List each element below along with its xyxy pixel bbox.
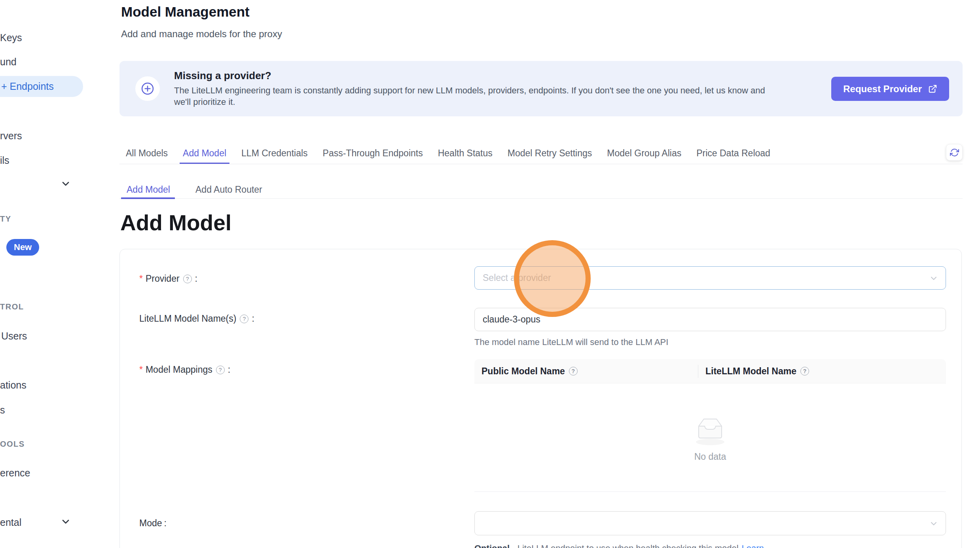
no-data-text: No data bbox=[694, 451, 726, 462]
help-icon[interactable]: ? bbox=[240, 315, 248, 323]
sidebar: Keys und + Endpoints rvers ils TY New TR… bbox=[0, 0, 121, 548]
refresh-button[interactable] bbox=[946, 144, 963, 161]
tab-bar: All Models Add Model LLM Credentials Pas… bbox=[119, 144, 963, 164]
tab-price-data-reload[interactable]: Price Data Reload bbox=[696, 144, 770, 164]
section-heading: Add Model bbox=[120, 211, 231, 235]
column-header-litellm-model-name: LiteLLM Model Name ? bbox=[698, 359, 946, 383]
mode-label-text: Mode bbox=[139, 518, 162, 529]
tab-model-group-alias[interactable]: Model Group Alias bbox=[607, 144, 681, 164]
label-colon: : bbox=[195, 273, 197, 284]
tab-add-model[interactable]: Add Model bbox=[183, 144, 226, 164]
help-glyph: ? bbox=[219, 367, 222, 373]
banner-title: Missing a provider? bbox=[174, 70, 271, 82]
model-name-label-text: LiteLLM Model Name(s) bbox=[139, 313, 236, 324]
column-label: Public Model Name bbox=[481, 366, 565, 377]
new-badge: New bbox=[6, 239, 39, 256]
model-mappings-label-text: Model Mappings bbox=[146, 364, 212, 375]
model-name-label: LiteLLM Model Name(s) ? : bbox=[139, 313, 254, 324]
sidebar-item-servers[interactable]: rvers bbox=[0, 130, 22, 142]
new-badge-label: New bbox=[14, 242, 32, 252]
label-colon: : bbox=[228, 364, 230, 375]
provider-select[interactable]: Select a provider bbox=[474, 266, 946, 290]
mode-helper: Optional- LiteLLM endpoint to use when h… bbox=[474, 543, 764, 548]
request-provider-label: Request Provider bbox=[843, 83, 922, 95]
mode-label: Mode : bbox=[139, 518, 167, 529]
help-icon[interactable]: ? bbox=[569, 367, 578, 375]
help-glyph: ? bbox=[803, 368, 807, 374]
page-subtitle: Add and manage models for the proxy bbox=[121, 28, 282, 40]
banner-body-line1: The LiteLLM engineering team is constant… bbox=[174, 85, 765, 96]
mode-select[interactable] bbox=[474, 511, 946, 535]
help-glyph: ? bbox=[243, 316, 246, 322]
sidebar-item-experimental[interactable]: ental bbox=[0, 516, 21, 528]
chevron-down-icon[interactable] bbox=[60, 516, 71, 529]
chevron-down-icon bbox=[929, 273, 938, 283]
tab-health-status[interactable]: Health Status bbox=[438, 144, 493, 164]
tab-pass-through-endpoints[interactable]: Pass-Through Endpoints bbox=[323, 144, 423, 164]
subtab-add-model[interactable]: Add Model bbox=[127, 184, 170, 195]
model-mappings-table: Public Model Name ? LiteLLM Model Name ?… bbox=[474, 359, 946, 492]
table-header: Public Model Name ? LiteLLM Model Name ? bbox=[474, 359, 946, 383]
model-mappings-label: * Model Mappings ? : bbox=[139, 364, 230, 375]
app-root: Keys und + Endpoints rvers ils TY New TR… bbox=[0, 0, 980, 548]
mode-helper-text: - LiteLLM endpoint to use when health ch… bbox=[512, 543, 738, 548]
sidebar-section-tools: OOLS bbox=[0, 439, 25, 449]
provider-label-text: Provider bbox=[146, 273, 180, 284]
main-content: Model Management Add and manage models f… bbox=[119, 0, 963, 548]
provider-label: * Provider ? : bbox=[139, 273, 197, 284]
empty-box-icon bbox=[685, 413, 735, 447]
tab-all-models[interactable]: All Models bbox=[126, 144, 168, 164]
sidebar-item-endpoints-active[interactable]: + Endpoints bbox=[0, 76, 83, 97]
sidebar-item-inference[interactable]: erence bbox=[0, 467, 30, 479]
request-provider-button[interactable]: Request Provider bbox=[831, 77, 949, 101]
provider-placeholder: Select a provider bbox=[483, 273, 551, 283]
sidebar-item-organizations[interactable]: ations bbox=[0, 379, 27, 391]
help-icon[interactable]: ? bbox=[800, 367, 809, 375]
tab-llm-credentials[interactable]: LLM Credentials bbox=[241, 144, 307, 164]
active-subtab-underline bbox=[121, 197, 175, 199]
sidebar-item-keys[interactable]: Keys bbox=[0, 32, 22, 44]
label-colon: : bbox=[252, 313, 254, 324]
required-marker: * bbox=[139, 364, 143, 375]
refresh-icon bbox=[950, 148, 959, 157]
chevron-down-icon[interactable] bbox=[60, 178, 71, 191]
help-icon[interactable]: ? bbox=[183, 275, 192, 283]
model-name-helper: The model name LiteLLM will send to the … bbox=[474, 337, 668, 347]
learn-link[interactable]: Learn bbox=[742, 543, 764, 548]
subtab-add-auto-router[interactable]: Add Auto Router bbox=[195, 184, 262, 195]
column-label: LiteLLM Model Name bbox=[705, 366, 796, 377]
sidebar-item-playground[interactable]: und bbox=[0, 56, 17, 68]
model-name-input[interactable]: claude-3-opus bbox=[474, 308, 946, 331]
mode-helper-bold: Optional bbox=[474, 543, 510, 548]
banner-body-line2: we'll prioritize it. bbox=[174, 96, 765, 108]
plus-circle-icon bbox=[135, 76, 160, 101]
column-header-public-model-name: Public Model Name ? bbox=[474, 359, 698, 383]
table-empty-state: No data bbox=[474, 383, 946, 492]
missing-provider-banner: Missing a provider? The LiteLLM engineer… bbox=[119, 61, 963, 116]
page-title: Model Management bbox=[121, 4, 250, 20]
sidebar-item-teams[interactable]: s bbox=[0, 404, 5, 416]
sidebar-item-label: + Endpoints bbox=[1, 81, 54, 92]
label-colon: : bbox=[164, 518, 167, 529]
help-glyph: ? bbox=[572, 368, 575, 374]
external-link-icon bbox=[928, 84, 937, 93]
help-icon[interactable]: ? bbox=[216, 366, 225, 374]
subtab-bar: Add Model Add Auto Router bbox=[119, 165, 963, 199]
add-model-form-card: * Provider ? : Select a provider LiteLLM… bbox=[119, 249, 962, 548]
sidebar-section-control: TROL bbox=[0, 302, 24, 311]
chevron-down-icon bbox=[929, 519, 938, 528]
required-marker: * bbox=[139, 273, 143, 284]
help-glyph: ? bbox=[186, 276, 189, 282]
banner-body: The LiteLLM engineering team is constant… bbox=[174, 85, 765, 108]
sidebar-item-details[interactable]: ils bbox=[0, 154, 9, 166]
model-name-value: claude-3-opus bbox=[483, 314, 540, 325]
tab-model-retry-settings[interactable]: Model Retry Settings bbox=[508, 144, 592, 164]
sidebar-section-label: TY bbox=[0, 214, 11, 224]
sidebar-item-users[interactable]: Users bbox=[1, 330, 27, 342]
